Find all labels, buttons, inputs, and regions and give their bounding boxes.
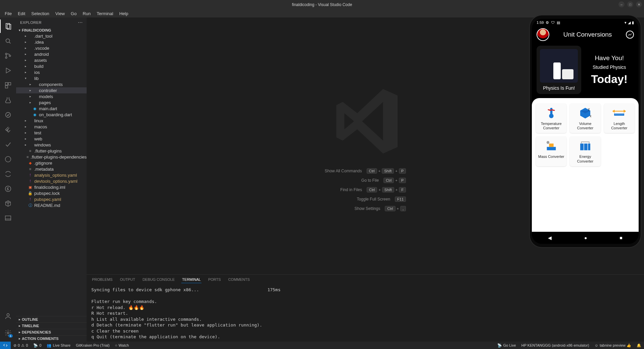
explorer-icon[interactable] xyxy=(0,19,16,33)
tree-item[interactable]: ▣finaldicoding.iml xyxy=(16,184,87,190)
menu-file[interactable]: File xyxy=(2,10,14,17)
check-icon[interactable] xyxy=(0,138,16,151)
ruler-icon xyxy=(612,106,627,120)
tree-item[interactable]: ◆.gitignore xyxy=(16,160,87,166)
bolt-icon[interactable] xyxy=(0,182,16,195)
panel-icon[interactable] xyxy=(0,212,16,225)
project-section[interactable]: FINALDICODING xyxy=(16,28,87,33)
run-debug-icon[interactable] xyxy=(0,64,16,77)
tree-item[interactable]: ▸components xyxy=(16,81,87,87)
avatar[interactable] xyxy=(537,28,549,41)
settings-gear-icon[interactable]: 1 xyxy=(0,326,16,340)
tree-item[interactable]: ▸build xyxy=(16,63,87,69)
terminal-output[interactable]: Syncing files to device sdk gphone x86..… xyxy=(87,283,644,342)
nav-home-icon[interactable]: ● xyxy=(584,235,587,241)
card-label: Energy Converter xyxy=(571,155,599,163)
tree-item[interactable]: !analysis_options.yaml xyxy=(16,172,87,178)
tree-item[interactable]: ▸linux xyxy=(16,118,87,124)
tree-item[interactable]: ▸test xyxy=(16,130,87,136)
tree-item[interactable]: 🔒pubspec.lock xyxy=(16,190,87,196)
status-go-live[interactable]: 📡 Go Live xyxy=(495,342,519,349)
sidebar-more-icon[interactable]: ⋯ xyxy=(78,20,83,25)
tree-item[interactable]: ≡.metadata xyxy=(16,166,87,172)
chart-icon[interactable] xyxy=(626,31,634,39)
tree-item[interactable]: ▸macos xyxy=(16,124,87,130)
tree-item[interactable]: ▸assets xyxy=(16,57,87,63)
status-bar: ⊘ 0 ⚠ 0 📡 0 👥 Live Share GitKraken Pro (… xyxy=(0,342,644,349)
nav-back-icon[interactable]: ◀ xyxy=(548,235,552,241)
tree-item[interactable]: ▸models xyxy=(16,93,87,99)
tree-item[interactable]: ≡.flutter-plugins-dependencies xyxy=(16,154,87,160)
status-live-share[interactable]: 👥 Live Share xyxy=(44,342,73,349)
menu-help[interactable]: Help xyxy=(117,10,131,17)
panel-tab-terminal[interactable]: TERMINAL xyxy=(181,276,201,283)
panel-tab-problems[interactable]: PROBLEMS xyxy=(91,276,113,283)
tree-item[interactable]: ▸.idea xyxy=(16,39,87,45)
tree-item[interactable]: ▸pages xyxy=(16,99,87,105)
tree-item[interactable]: ◉on_boarding.dart xyxy=(16,112,87,118)
panel-tab-ports[interactable]: PORTS xyxy=(208,276,222,283)
section-outline[interactable]: OUTLINE xyxy=(16,316,87,322)
converter-card[interactable]: Mass Converter xyxy=(536,136,566,166)
converter-card[interactable]: yxVolume Converter xyxy=(570,103,600,133)
menu-view[interactable]: View xyxy=(53,10,67,17)
tree-item[interactable]: ▸.vscode xyxy=(16,45,87,51)
section-timeline[interactable]: TIMELINE xyxy=(16,322,87,329)
section-action-comments[interactable]: ACTION COMMENTS xyxy=(16,335,87,342)
status-device[interactable]: HP KENTANGGG (android-x86 emulator) xyxy=(519,342,592,349)
tree-item[interactable]: ▸ios xyxy=(16,69,87,75)
converter-card[interactable]: Length Converter xyxy=(604,103,635,133)
phone-nav-bar: ◀ ● ■ xyxy=(532,232,639,244)
menu-run[interactable]: Run xyxy=(80,10,93,17)
shortcut-row: Show SettingsCtrl+, xyxy=(355,206,406,211)
converter-grid-panel: Temperature ConverteryxVolume ConverterL… xyxy=(532,98,639,232)
close-button[interactable]: ✕ xyxy=(636,1,642,7)
minimize-button[interactable]: – xyxy=(618,1,625,7)
section-dependencies[interactable]: DEPENDENCIES xyxy=(16,329,87,335)
menu-selection[interactable]: Selection xyxy=(29,10,52,17)
nav-recent-icon[interactable]: ■ xyxy=(619,235,622,241)
status-watch[interactable]: ○ Watch xyxy=(112,342,131,349)
file-tree: ▸.dart_tool▸.idea▸.vscode▸android▸assets… xyxy=(16,33,87,316)
tree-item[interactable]: ▾lib xyxy=(16,75,87,81)
panel-tab-comments[interactable]: COMMENTS xyxy=(228,276,250,283)
panel-tab-debug-console[interactable]: DEBUG CONSOLE xyxy=(142,276,175,283)
tree-item[interactable]: ▸web xyxy=(16,136,87,142)
tree-item[interactable]: ≡.flutter-plugins xyxy=(16,148,87,154)
github-icon[interactable] xyxy=(0,152,16,166)
aux-icon-1[interactable] xyxy=(0,108,16,122)
tree-item[interactable]: !devtools_options.yaml xyxy=(16,178,87,184)
status-ports[interactable]: 📡 0 xyxy=(31,342,44,349)
status-tabnine[interactable]: ☺ tabnine preview 👍 xyxy=(592,342,634,349)
aux-icon-2[interactable] xyxy=(0,167,16,181)
wifi-icon: ▾ xyxy=(625,20,627,25)
tree-item[interactable]: !pubspec.yaml xyxy=(16,196,87,202)
svg-point-12 xyxy=(5,157,11,162)
status-bell-icon[interactable]: 🔔 xyxy=(634,342,644,349)
account-icon[interactable] xyxy=(0,309,16,323)
converter-card[interactable]: Temperature Converter xyxy=(536,103,566,133)
tree-item[interactable]: ▸controller xyxy=(16,87,87,93)
testing-icon[interactable] xyxy=(0,93,16,107)
svg-rect-21 xyxy=(547,147,556,150)
tree-item[interactable]: ▸android xyxy=(16,51,87,57)
status-gitkraken[interactable]: GitKraken Pro (Trial) xyxy=(73,342,112,349)
package-icon[interactable] xyxy=(0,197,16,210)
maximize-button[interactable]: □ xyxy=(627,1,633,7)
hero-card: Physics Is Fun! xyxy=(537,46,581,94)
tree-item[interactable]: ▸windows xyxy=(16,142,87,148)
menu-terminal[interactable]: Terminal xyxy=(94,10,116,17)
remote-indicator[interactable] xyxy=(0,342,11,349)
panel-tab-output[interactable]: OUTPUT xyxy=(119,276,136,283)
search-icon[interactable] xyxy=(0,34,16,48)
source-control-icon[interactable] xyxy=(0,49,16,62)
tree-item[interactable]: ⓘREADME.md xyxy=(16,202,87,208)
tree-item[interactable]: ▸.dart_tool xyxy=(16,33,87,39)
tree-item[interactable]: ◉main.dart xyxy=(16,105,87,112)
extensions-icon[interactable] xyxy=(0,79,16,92)
menu-go[interactable]: Go xyxy=(68,10,79,17)
menu-edit[interactable]: Edit xyxy=(15,10,28,17)
converter-card[interactable]: Energy Converter xyxy=(570,136,600,166)
flutter-icon[interactable] xyxy=(0,123,16,136)
status-errors[interactable]: ⊘ 0 ⚠ 0 xyxy=(11,342,31,349)
